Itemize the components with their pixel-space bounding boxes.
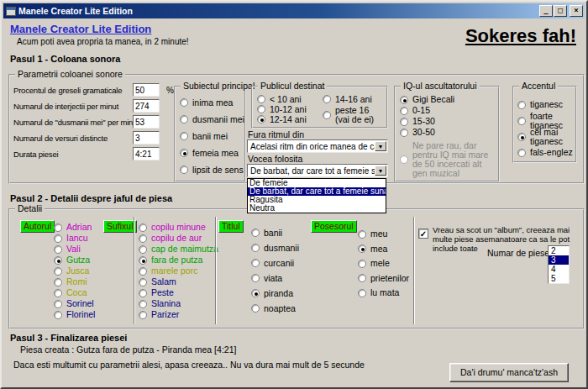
radio-option[interactable]: Gutza	[54, 255, 95, 265]
param-row: Numarul de interjectii per minut	[13, 98, 194, 114]
param-row: Numarul de versuri distincte	[13, 130, 194, 146]
radio-option[interactable]: Iancu	[54, 233, 95, 244]
radio-option[interactable]: Coca	[54, 287, 95, 298]
dropdown-arrow-icon[interactable]: ▼	[375, 166, 386, 176]
radio-option[interactable]: peste 16 (vai de ei)	[323, 106, 374, 124]
dropdown-arrow-icon[interactable]: ▼	[375, 141, 386, 151]
maximize-button[interactable]: □	[554, 5, 567, 17]
radio-option[interactable]: Sorinel	[54, 298, 95, 309]
radio-option[interactable]: marele porc	[139, 265, 218, 276]
radio-option[interactable]: piranda	[251, 286, 299, 301]
radio-label: banii mei	[192, 132, 228, 141]
radio-option[interactable]: 15-30	[400, 116, 496, 127]
fura-label: Fura ritmul din	[248, 129, 304, 139]
listbox-item[interactable]: 3	[549, 255, 569, 265]
radio-option[interactable]: Romi	[54, 276, 95, 287]
voce-combobox[interactable]: De barbat, dar care tot a femeie suna ▼	[247, 164, 388, 177]
radio-icon	[358, 230, 366, 239]
radio-label: Slanina	[151, 299, 181, 308]
album-checkbox[interactable]: ✓	[418, 229, 428, 239]
radio-option[interactable]: 10-12 ani	[257, 104, 307, 114]
radio-option[interactable]: lipsit de sens	[180, 161, 244, 178]
radio-icon	[180, 132, 188, 140]
info-text: Daca esti multumit cu parametrii alesi, …	[13, 360, 365, 370]
radio-icon	[517, 133, 526, 141]
fura-combobox[interactable]: Acelasi ritm din orice manea de cacat ▼	[247, 139, 388, 153]
radio-option[interactable]: 30-50	[400, 127, 496, 138]
titlul-options: banii dusmanii curcanii viata piranda	[251, 225, 299, 316]
radio-option[interactable]: prietenilor	[358, 271, 409, 286]
radio-label: dusmanii	[264, 244, 299, 253]
dropdown-item[interactable]: De barbat, dar care tot a femeie suna	[248, 187, 386, 196]
radio-option[interactable]: copilu de aur	[139, 233, 218, 244]
listbox-item[interactable]: 4	[549, 265, 569, 274]
radio-label: Iancu	[66, 234, 88, 243]
close-button[interactable]: ×	[570, 5, 583, 17]
radio-label: Florinel	[66, 310, 95, 319]
radio-option[interactable]: < 10 ani	[257, 94, 307, 104]
radio-option[interactable]: Jusca	[54, 265, 95, 276]
radio-option[interactable]: inima mea	[180, 94, 244, 111]
listbox-item[interactable]: 2	[549, 246, 569, 255]
radio-icon	[180, 149, 188, 157]
radio-option[interactable]: Peste	[139, 287, 218, 298]
radio-option[interactable]: banii mei	[180, 128, 244, 145]
minimize-button[interactable]: _	[539, 5, 553, 17]
radio-option[interactable]: copilu minune	[139, 222, 218, 233]
param-input[interactable]	[133, 115, 160, 129]
param-input[interactable]	[133, 99, 160, 113]
voce-label: Vocea folosita	[248, 154, 302, 164]
create-button[interactable]: Da'i drumu' manca'tz'ash	[449, 363, 569, 382]
radio-option[interactable]: Florinel	[54, 309, 95, 320]
radio-option[interactable]: 14-16 ani	[323, 94, 374, 104]
radio-icon	[257, 115, 265, 124]
radio-label: cel mai tiganesc	[530, 128, 586, 146]
radio-option[interactable]: lu mata	[358, 286, 409, 301]
radio-option[interactable]: 12-14 ani	[257, 114, 307, 124]
radio-icon	[257, 95, 265, 103]
radio-option[interactable]: cap de maimutza	[139, 244, 218, 255]
param-input[interactable]	[133, 83, 160, 97]
radio-option[interactable]: cel mai tiganesc	[517, 129, 586, 145]
titlebar: Manele Creator Lite Edition _ □ ×	[3, 3, 585, 18]
radio-option[interactable]: Parizer	[139, 309, 218, 320]
radio-option[interactable]: Salam	[139, 276, 218, 287]
radio-option[interactable]: Slanina	[139, 298, 218, 309]
radio-label: Romi	[66, 277, 87, 286]
radio-option[interactable]: meu	[358, 227, 409, 242]
radio-option[interactable]: dusmanii	[251, 240, 299, 255]
radio-icon	[257, 105, 265, 113]
subiect-options: inima mea dusmanii mei banii mei femeia …	[180, 94, 244, 178]
posesorul-header: Posesorul	[311, 220, 357, 233]
app-title-link[interactable]: Manele Creator Lite Edition	[10, 23, 151, 35]
radio-option[interactable]: curcanii	[251, 255, 299, 271]
radio-option[interactable]: dusmanii mei	[180, 111, 244, 128]
listbox-item[interactable]: 5	[549, 274, 569, 283]
iq-options: Gigi Becali 0-15 15-30 30-50 Ne pare rau…	[400, 94, 496, 178]
radio-option[interactable]: mele	[358, 256, 409, 271]
radio-option[interactable]: Adrian	[54, 222, 95, 233]
radio-option[interactable]: fals-englez	[517, 145, 586, 160]
dropdown-item[interactable]: Ragusita	[248, 196, 386, 204]
radio-option[interactable]: femeia mea	[180, 145, 244, 161]
radio-label: lipsit de sens	[192, 166, 244, 175]
radio-option[interactable]: mea	[358, 242, 409, 257]
radio-option[interactable]: viata	[251, 271, 299, 286]
dropdown-item[interactable]: De femeie	[248, 179, 386, 187]
radio-icon	[54, 300, 62, 308]
param-input[interactable]	[133, 147, 160, 160]
radio-label: Sorinel	[66, 299, 94, 308]
radio-option[interactable]: Gigi Becali	[400, 94, 496, 105]
param-input[interactable]	[133, 131, 160, 145]
radio-option[interactable]: banii	[251, 225, 299, 240]
group-public-label: Publicul destinat	[258, 81, 327, 91]
radio-option[interactable]: fara de putza	[139, 255, 218, 265]
numar-piese-label: Numar de piese	[487, 248, 549, 258]
param-row: Procentul de greseli gramaticale %	[13, 82, 194, 98]
dropdown-item[interactable]: Neutra	[248, 204, 386, 213]
radio-icon	[400, 107, 408, 115]
radio-option[interactable]: 0-15	[400, 105, 496, 116]
radio-option[interactable]: Vali	[54, 244, 95, 255]
radio-option[interactable]: noaptea	[251, 301, 299, 316]
radio-option[interactable]: Ne pare rau, dar pentru IQ mai mare de 5…	[400, 141, 496, 178]
